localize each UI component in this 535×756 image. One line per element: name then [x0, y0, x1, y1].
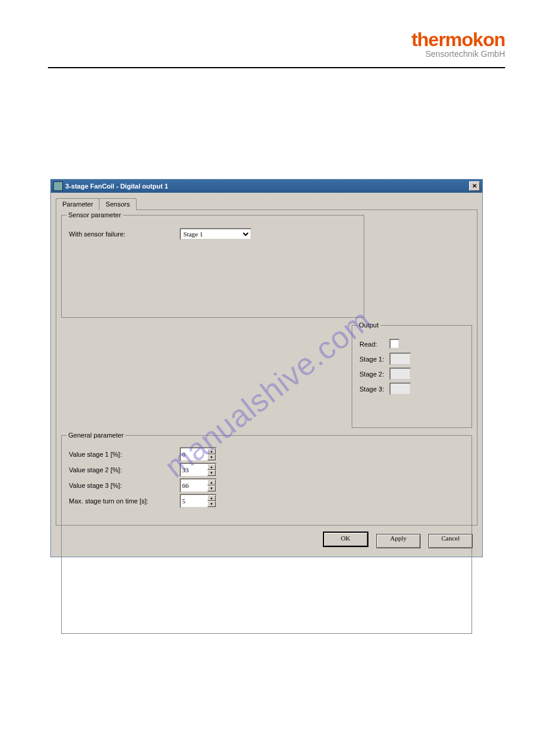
label-value-stage2: Value stage 2 [%]: — [69, 466, 180, 473]
group-general-parameter: General parameter Value stage 1 [%]: ▲▼ … — [61, 435, 472, 634]
spin-down-icon[interactable]: ▼ — [207, 470, 216, 476]
brand-name: thermokon — [412, 30, 505, 49]
row-sensor-failure: With sensor failure: Stage 1 — [69, 226, 356, 242]
spinner-value-stage2[interactable]: ▲▼ — [180, 463, 217, 477]
group-output: Output Read: Stage 1: Stage 2: Stage — [352, 325, 472, 428]
input-value-stage2[interactable] — [181, 464, 207, 476]
output-stage3 — [389, 382, 411, 395]
spinner-value-stage1[interactable]: ▲▼ — [180, 447, 217, 462]
tab-sensors[interactable]: Sensors — [99, 198, 136, 210]
group-sensor-parameter: Sensor parameter With sensor failure: St… — [61, 215, 364, 318]
input-max-stage-turn-on[interactable] — [181, 495, 207, 507]
legend-general-parameter: General parameter — [67, 432, 125, 439]
tab-parameter[interactable]: Parameter — [56, 198, 99, 210]
brand-logo: thermokon Sensortechnik GmbH — [412, 30, 505, 59]
label-stage2-out: Stage 2: — [359, 371, 389, 378]
close-icon: ✕ — [472, 183, 477, 189]
spinner-value-stage3[interactable]: ▲▼ — [180, 478, 217, 493]
label-read: Read: — [359, 341, 389, 348]
checkbox-read[interactable] — [389, 339, 400, 349]
label-stage3-out: Stage 3: — [359, 385, 389, 393]
spin-down-icon[interactable]: ▼ — [207, 501, 216, 507]
spin-down-icon[interactable]: ▼ — [207, 454, 216, 460]
label-value-stage3: Value stage 3 [%]: — [69, 482, 180, 489]
input-value-stage1[interactable] — [181, 448, 207, 460]
spin-down-icon[interactable]: ▼ — [207, 485, 216, 491]
tab-panel: Sensor parameter With sensor failure: St… — [56, 210, 477, 526]
spinner-max-stage-turn-on[interactable]: ▲▼ — [180, 494, 217, 508]
window-title: 3-stage FanCoil - Digital output 1 — [65, 183, 469, 190]
close-button[interactable]: ✕ — [469, 181, 480, 191]
tab-strip: Parameter Sensors — [56, 198, 477, 210]
brand-subtitle: Sensortechnik GmbH — [412, 49, 505, 59]
spin-up-icon[interactable]: ▲ — [207, 448, 216, 454]
spin-up-icon[interactable]: ▲ — [207, 495, 216, 501]
spin-up-icon[interactable]: ▲ — [207, 479, 216, 485]
label-value-stage1: Value stage 1 [%]: — [69, 451, 180, 458]
titlebar: 3-stage FanCoil - Digital output 1 ✕ — [51, 180, 482, 193]
select-sensor-failure[interactable]: Stage 1 — [180, 228, 252, 240]
label-sensor-failure: With sensor failure: — [69, 230, 180, 238]
legend-output: Output — [357, 321, 380, 329]
header-rule — [48, 67, 505, 68]
legend-sensor-parameter: Sensor parameter — [67, 211, 123, 218]
output-stage1 — [389, 353, 411, 365]
output-stage2 — [389, 368, 411, 380]
spin-up-icon[interactable]: ▲ — [207, 464, 216, 470]
app-icon — [53, 181, 63, 191]
input-value-stage3[interactable] — [181, 479, 207, 491]
label-stage1-out: Stage 1: — [359, 356, 389, 363]
dialog-window: 3-stage FanCoil - Digital output 1 ✕ Par… — [51, 180, 482, 557]
label-max-stage-turn-on: Max. stage turn on time [s]: — [69, 497, 180, 505]
